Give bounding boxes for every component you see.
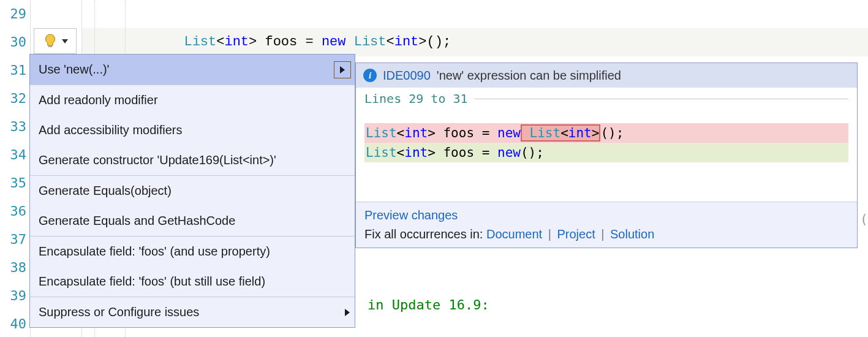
- background-glyph: (: [860, 211, 868, 227]
- fix-scope-solution[interactable]: Solution: [610, 227, 654, 241]
- fix-scope-project[interactable]: Project: [557, 227, 595, 241]
- divider: [474, 99, 848, 99]
- menu-item-label: Generate Equals and GetHashCode: [39, 214, 235, 227]
- token-keyword: new: [497, 145, 521, 160]
- line-number: 30: [0, 28, 30, 56]
- indent: [87, 34, 184, 50]
- token-type: List: [354, 34, 387, 50]
- line-number: 35: [0, 169, 30, 197]
- token-keyword: int: [404, 126, 428, 140]
- token-punct: >: [249, 34, 257, 50]
- submenu-arrow-icon: [334, 61, 351, 78]
- diagnostic-id: IDE0090: [383, 69, 431, 83]
- line-number: 36: [0, 197, 30, 225]
- menu-item-label: Generate Equals(object): [39, 184, 172, 197]
- info-icon: i: [363, 69, 377, 82]
- menu-item-encapsulate-field[interactable]: Encapsulate field: 'foos' (but still use…: [30, 267, 355, 297]
- token-keyword: int: [404, 145, 428, 160]
- token-punct: >: [418, 34, 426, 50]
- token-type: List: [184, 34, 216, 50]
- line-number: 39: [0, 282, 30, 310]
- menu-item-generate-equals-hash[interactable]: Generate Equals and GetHashCode: [30, 206, 355, 236]
- diagnostic-message: 'new' expression can be simplified: [437, 69, 621, 83]
- preview-changes-link[interactable]: Preview changes: [364, 208, 458, 222]
- svg-rect-0: [48, 46, 53, 47]
- token-punct: <: [387, 34, 394, 50]
- token-keyword: int: [224, 34, 249, 50]
- token-type: List: [530, 126, 561, 140]
- token-punct: >: [428, 126, 436, 140]
- fix-all-label: Fix all occurrences in:: [364, 227, 483, 241]
- token-punct: >: [592, 126, 600, 140]
- token-punct: ();: [427, 34, 451, 50]
- diff-block: List<int> foos = new List<int>(); List<i…: [356, 107, 857, 202]
- diff-line-removed: List<int> foos = new List<int>();: [364, 123, 848, 143]
- lightbulb-icon: [42, 33, 58, 49]
- line-number: 34: [0, 141, 30, 169]
- line-number: 29: [0, 0, 30, 28]
- quickfix-menu: Use 'new(...)' Add readonly modifier Add…: [29, 54, 355, 328]
- menu-item-use-new[interactable]: Use 'new(...)': [30, 55, 355, 85]
- lines-range-label: Lines 29 to 31: [356, 88, 857, 107]
- token-space: [346, 34, 354, 50]
- diff-line-added: List<int> foos = new();: [364, 143, 848, 162]
- token-punct: <: [560, 126, 568, 140]
- menu-item-generate-ctor[interactable]: Generate constructor 'Update169(List<int…: [30, 145, 355, 175]
- chevron-down-icon: [62, 39, 68, 44]
- background-code-comment: in Update 16.9:: [368, 297, 489, 312]
- code-line-current[interactable]: List<int> foos = new List<int>();: [82, 28, 868, 56]
- separator: |: [546, 227, 554, 241]
- token-plain: foos =: [436, 145, 497, 160]
- token-keyword: int: [568, 126, 592, 140]
- token-plain: foos =: [436, 126, 497, 140]
- line-number: 40: [0, 310, 30, 337]
- lightbulb-button[interactable]: [34, 28, 77, 54]
- preview-pane: i IDE0090 'new' expression can be simpli…: [355, 62, 858, 248]
- menu-item-label: Encapsulate field: 'foos' (but still use…: [39, 275, 265, 288]
- menu-item-generate-equals[interactable]: Generate Equals(object): [30, 176, 355, 206]
- menu-item-label: Generate constructor 'Update169(List<int…: [39, 153, 276, 167]
- menu-item-label: Add accessibility modifiers: [39, 123, 183, 137]
- token-plain: ();: [600, 126, 624, 140]
- line-number-gutter: 29 30 31 32 33 34 35 36 37 38 39 40: [0, 0, 31, 337]
- token-plain: ();: [521, 145, 544, 160]
- line-number: 33: [0, 113, 30, 141]
- menu-item-add-readonly[interactable]: Add readonly modifier: [30, 85, 355, 115]
- line-number: 31: [0, 56, 30, 85]
- token-keyword: new: [322, 34, 346, 50]
- line-number: 32: [0, 85, 30, 113]
- token-keyword: new: [497, 126, 521, 140]
- token-punct: =: [305, 34, 321, 50]
- lines-range-text: Lines 29 to 31: [364, 91, 468, 106]
- token-punct: >: [428, 145, 436, 160]
- token-type: List: [366, 145, 397, 160]
- menu-item-label: Add readonly modifier: [39, 93, 158, 107]
- menu-item-label: Suppress or Configure issues: [39, 305, 199, 319]
- code-line: [82, 0, 868, 28]
- token-identifier: foos: [257, 34, 305, 50]
- separator: |: [598, 227, 606, 241]
- menu-item-suppress-configure[interactable]: Suppress or Configure issues: [30, 297, 355, 327]
- menu-item-add-accessibility[interactable]: Add accessibility modifiers: [30, 115, 355, 145]
- token-type: List: [366, 126, 397, 140]
- submenu-arrow-icon: [345, 309, 350, 316]
- fix-scope-document[interactable]: Document: [486, 227, 542, 241]
- line-number: 38: [0, 254, 30, 282]
- token-punct: <: [397, 145, 405, 160]
- menu-item-encapsulate-property[interactable]: Encapsulate field: 'foos' (and use prope…: [30, 237, 355, 267]
- token-space: [522, 126, 530, 140]
- token-punct: <: [216, 34, 224, 50]
- menu-item-label: Use 'new(...)': [39, 62, 109, 76]
- preview-header: i IDE0090 'new' expression can be simpli…: [356, 63, 857, 88]
- removed-text: List<int>: [521, 124, 600, 142]
- preview-footer: Preview changes Fix all occurrences in: …: [356, 202, 857, 248]
- line-number: 37: [0, 225, 30, 254]
- token-keyword: int: [394, 34, 419, 50]
- token-punct: <: [397, 126, 405, 140]
- menu-item-label: Encapsulate field: 'foos' (and use prope…: [39, 244, 270, 258]
